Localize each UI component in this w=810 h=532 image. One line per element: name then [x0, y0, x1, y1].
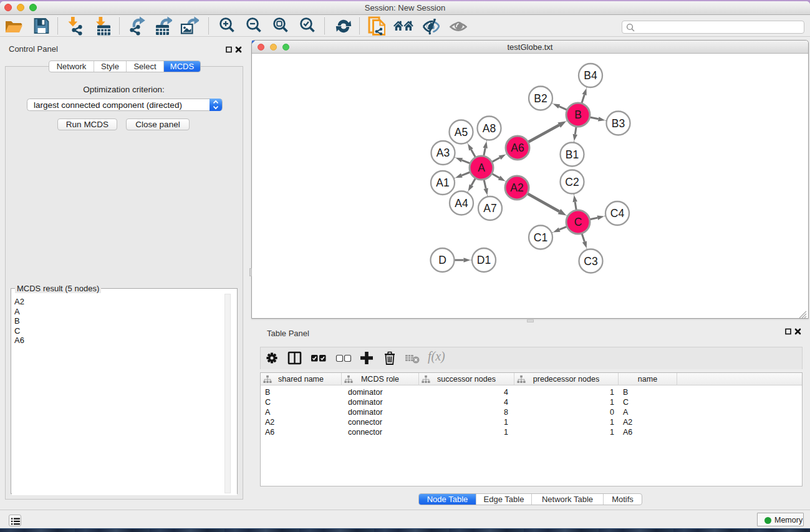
svg-text:A2: A2: [510, 181, 523, 194]
svg-text:A: A: [478, 162, 485, 174]
svg-text:B: B: [574, 109, 582, 121]
svg-text:C1: C1: [534, 231, 547, 244]
svg-text:B4: B4: [584, 69, 597, 82]
svg-text:D1: D1: [477, 254, 491, 266]
svg-text:A4: A4: [455, 197, 468, 210]
svg-text:C3: C3: [584, 255, 597, 268]
svg-text:C4: C4: [610, 207, 625, 220]
svg-text:A5: A5: [455, 126, 468, 138]
svg-text:A7: A7: [483, 202, 496, 215]
svg-text:B1: B1: [566, 148, 579, 161]
svg-text:A8: A8: [483, 122, 496, 135]
svg-text:A1: A1: [436, 177, 449, 189]
svg-text:A3: A3: [436, 147, 450, 159]
svg-text:B3: B3: [612, 117, 625, 130]
svg-text:B2: B2: [534, 92, 547, 105]
svg-text:C2: C2: [565, 176, 579, 188]
svg-text:D: D: [438, 254, 446, 266]
svg-text:A6: A6: [511, 142, 524, 154]
svg-text:C: C: [574, 216, 582, 228]
